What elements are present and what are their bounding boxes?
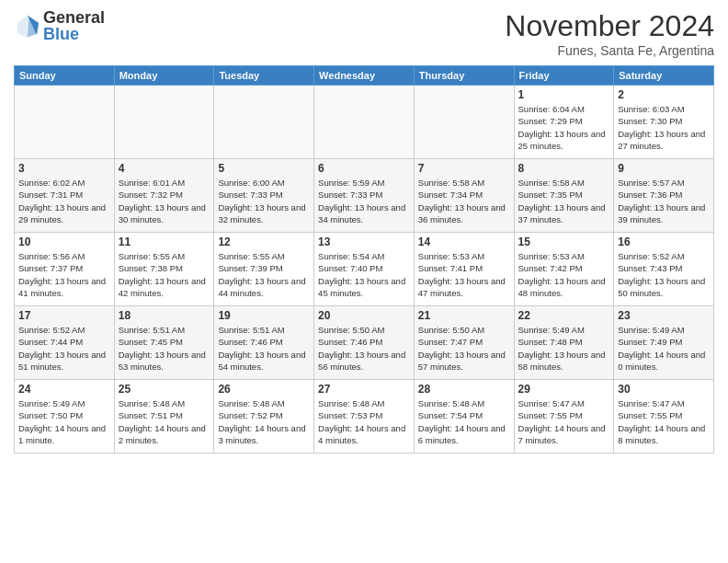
calendar-cell	[214, 86, 314, 159]
sunrise: Sunrise: 5:55 AM	[218, 251, 284, 261]
daylight: Daylight: 14 hours and 3 minutes.	[218, 423, 305, 445]
day-info: Sunrise: 5:49 AMSunset: 7:49 PMDaylight:…	[618, 324, 710, 373]
sunset: Sunset: 7:46 PM	[218, 337, 282, 347]
day-number: 25	[119, 383, 210, 396]
day-number: 28	[418, 383, 510, 396]
calendar-cell: 16Sunrise: 5:52 AMSunset: 7:43 PMDayligh…	[614, 233, 714, 306]
logo-blue: Blue	[43, 26, 105, 42]
sunrise: Sunrise: 5:49 AM	[618, 325, 684, 335]
sunrise: Sunrise: 5:50 AM	[418, 325, 484, 335]
sunrise: Sunrise: 5:51 AM	[119, 325, 185, 335]
day-number: 11	[119, 236, 210, 248]
calendar-cell: 2Sunrise: 6:03 AMSunset: 7:30 PMDaylight…	[614, 86, 714, 159]
calendar-cell: 7Sunrise: 5:58 AMSunset: 7:34 PMDaylight…	[414, 159, 514, 233]
calendar-cell	[314, 86, 415, 159]
day-info: Sunrise: 5:53 AMSunset: 7:41 PMDaylight:…	[418, 250, 510, 299]
daylight: Daylight: 13 hours and 44 minutes.	[218, 276, 305, 298]
sunrise: Sunrise: 5:47 AM	[618, 398, 684, 408]
day-number: 4	[119, 162, 210, 175]
calendar-cell: 23Sunrise: 5:49 AMSunset: 7:49 PMDayligh…	[614, 306, 714, 380]
logo: General Blue	[14, 9, 105, 42]
day-info: Sunrise: 5:57 AMSunset: 7:36 PMDaylight:…	[618, 177, 710, 225]
sunset: Sunset: 7:42 PM	[518, 263, 583, 273]
daylight: Daylight: 13 hours and 25 minutes.	[518, 129, 606, 151]
sunrise: Sunrise: 5:58 AM	[518, 178, 585, 188]
calendar-cell	[15, 86, 115, 159]
calendar-cell: 13Sunrise: 5:54 AMSunset: 7:40 PMDayligh…	[314, 233, 415, 306]
day-info: Sunrise: 5:55 AMSunset: 7:38 PMDaylight:…	[119, 250, 210, 299]
sunset: Sunset: 7:44 PM	[18, 337, 83, 347]
day-number: 10	[18, 236, 110, 248]
calendar-cell: 5Sunrise: 6:00 AMSunset: 7:33 PMDaylight…	[214, 159, 314, 233]
sunrise: Sunrise: 5:49 AM	[518, 325, 585, 335]
day-number: 8	[518, 162, 610, 175]
sunrise: Sunrise: 5:59 AM	[318, 178, 384, 188]
day-number: 21	[418, 309, 510, 322]
sunrise: Sunrise: 6:02 AM	[18, 178, 85, 188]
daylight: Daylight: 14 hours and 0 minutes.	[618, 350, 705, 372]
day-number: 7	[418, 162, 510, 175]
daylight: Daylight: 13 hours and 58 minutes.	[518, 350, 606, 372]
day-number: 16	[618, 236, 710, 248]
sunset: Sunset: 7:29 PM	[518, 116, 583, 126]
daylight: Daylight: 13 hours and 37 minutes.	[518, 202, 606, 224]
sunset: Sunset: 7:55 PM	[618, 410, 682, 420]
calendar-week-2: 3Sunrise: 6:02 AMSunset: 7:31 PMDaylight…	[15, 159, 714, 233]
calendar-cell: 30Sunrise: 5:47 AMSunset: 7:55 PMDayligh…	[614, 380, 714, 454]
sunset: Sunset: 7:32 PM	[119, 190, 183, 200]
daylight: Daylight: 13 hours and 27 minutes.	[618, 129, 705, 151]
day-number: 5	[218, 162, 310, 175]
calendar-cell: 1Sunrise: 6:04 AMSunset: 7:29 PMDaylight…	[514, 86, 614, 159]
sunset: Sunset: 7:35 PM	[518, 190, 583, 200]
day-number: 22	[518, 309, 610, 322]
daylight: Daylight: 14 hours and 2 minutes.	[119, 423, 206, 445]
sunrise: Sunrise: 6:01 AM	[119, 178, 185, 188]
day-number: 26	[218, 383, 310, 396]
sunset: Sunset: 7:43 PM	[618, 263, 682, 273]
daylight: Daylight: 13 hours and 53 minutes.	[119, 350, 206, 372]
day-info: Sunrise: 5:48 AMSunset: 7:53 PMDaylight:…	[318, 397, 410, 446]
sunrise: Sunrise: 5:52 AM	[18, 325, 85, 335]
sunset: Sunset: 7:37 PM	[18, 263, 83, 273]
sunset: Sunset: 7:55 PM	[518, 410, 583, 420]
calendar-cell: 8Sunrise: 5:58 AMSunset: 7:35 PMDaylight…	[514, 159, 614, 233]
sunrise: Sunrise: 5:56 AM	[18, 251, 85, 261]
calendar-cell: 12Sunrise: 5:55 AMSunset: 7:39 PMDayligh…	[214, 233, 314, 306]
daylight: Daylight: 13 hours and 57 minutes.	[418, 350, 506, 372]
day-number: 13	[318, 236, 410, 248]
sunrise: Sunrise: 5:52 AM	[618, 251, 684, 261]
day-info: Sunrise: 5:49 AMSunset: 7:48 PMDaylight:…	[518, 324, 610, 373]
calendar-cell: 20Sunrise: 5:50 AMSunset: 7:46 PMDayligh…	[314, 306, 415, 380]
calendar-cell: 25Sunrise: 5:48 AMSunset: 7:51 PMDayligh…	[114, 380, 214, 454]
sunset: Sunset: 7:49 PM	[618, 337, 682, 347]
day-info: Sunrise: 5:48 AMSunset: 7:52 PMDaylight:…	[218, 397, 310, 446]
title-block: November 2024 Funes, Santa Fe, Argentina	[505, 9, 714, 58]
calendar-week-3: 10Sunrise: 5:56 AMSunset: 7:37 PMDayligh…	[15, 233, 714, 306]
sunset: Sunset: 7:33 PM	[218, 190, 282, 200]
calendar-week-4: 17Sunrise: 5:52 AMSunset: 7:44 PMDayligh…	[15, 306, 714, 380]
daylight: Daylight: 14 hours and 4 minutes.	[318, 423, 405, 445]
calendar-cell: 29Sunrise: 5:47 AMSunset: 7:55 PMDayligh…	[514, 380, 614, 454]
daylight: Daylight: 13 hours and 54 minutes.	[218, 350, 305, 372]
calendar-table: Sunday Monday Tuesday Wednesday Thursday…	[14, 65, 714, 454]
day-info: Sunrise: 5:53 AMSunset: 7:42 PMDaylight:…	[518, 250, 610, 299]
day-number: 29	[518, 383, 610, 396]
sunrise: Sunrise: 5:58 AM	[418, 178, 484, 188]
calendar-cell: 14Sunrise: 5:53 AMSunset: 7:41 PMDayligh…	[414, 233, 514, 306]
header-thursday: Thursday	[414, 66, 514, 86]
day-info: Sunrise: 5:51 AMSunset: 7:45 PMDaylight:…	[119, 324, 210, 373]
day-number: 9	[618, 162, 710, 175]
calendar-cell: 15Sunrise: 5:53 AMSunset: 7:42 PMDayligh…	[514, 233, 614, 306]
daylight: Daylight: 13 hours and 34 minutes.	[318, 202, 405, 224]
day-info: Sunrise: 5:58 AMSunset: 7:35 PMDaylight:…	[518, 177, 610, 225]
logo-icon	[14, 12, 41, 40]
sunset: Sunset: 7:40 PM	[318, 263, 382, 273]
calendar-cell: 19Sunrise: 5:51 AMSunset: 7:46 PMDayligh…	[214, 306, 314, 380]
daylight: Daylight: 13 hours and 56 minutes.	[318, 350, 405, 372]
sunrise: Sunrise: 6:00 AM	[218, 178, 284, 188]
daylight: Daylight: 14 hours and 6 minutes.	[418, 423, 506, 445]
calendar-cell: 9Sunrise: 5:57 AMSunset: 7:36 PMDaylight…	[614, 159, 714, 233]
sunrise: Sunrise: 5:50 AM	[318, 325, 384, 335]
page-header: General Blue November 2024 Funes, Santa …	[14, 9, 714, 58]
sunrise: Sunrise: 5:49 AM	[18, 398, 85, 408]
